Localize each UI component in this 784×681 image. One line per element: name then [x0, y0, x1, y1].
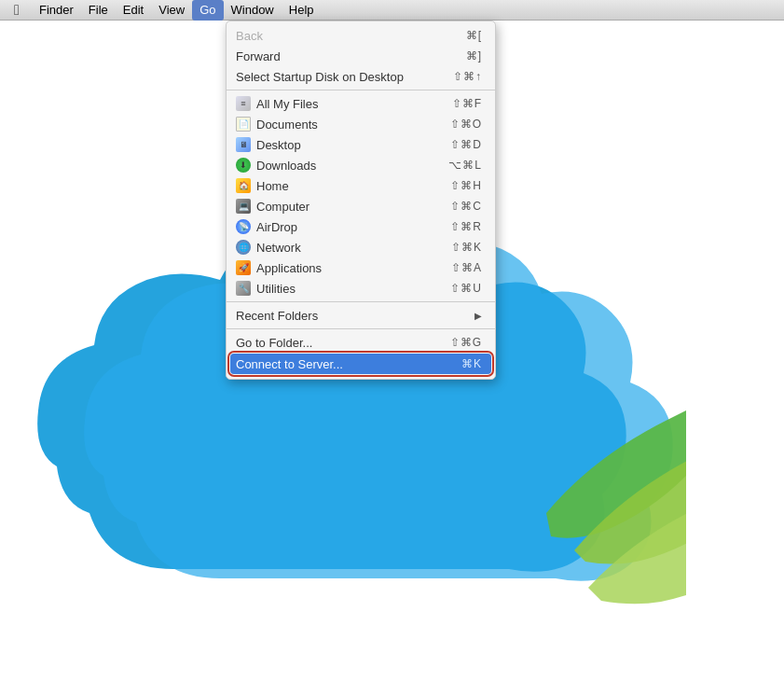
back-label: Back: [236, 29, 263, 43]
menu-item-all-my-files[interactable]: ≡ All My Files ⇧⌘F: [227, 93, 495, 114]
network-icon: 🌐: [236, 240, 251, 255]
menu-item-home[interactable]: 🏠 Home ⇧⌘H: [227, 175, 495, 196]
home-left: 🏠 Home: [236, 178, 289, 193]
airdrop-label: AirDrop: [256, 220, 297, 234]
all-my-files-label: All My Files: [256, 97, 318, 111]
all-my-files-left: ≡ All My Files: [236, 96, 318, 111]
back-shortcut: ⌘[: [466, 29, 482, 42]
connect-to-server-left: Connect to Server...: [236, 357, 343, 371]
menu-item-recent-folders[interactable]: Recent Folders ▶: [227, 305, 495, 326]
airdrop-left: 📡 AirDrop: [236, 219, 297, 234]
recent-folders-left: Recent Folders: [236, 309, 318, 323]
applications-label: Applications: [256, 261, 322, 275]
all-my-files-icon: ≡: [236, 96, 251, 111]
applications-shortcut: ⇧⌘A: [451, 261, 482, 274]
airdrop-icon: 📡: [236, 219, 251, 234]
menu-item-network[interactable]: 🌐 Network ⇧⌘K: [227, 237, 495, 257]
menu-item-downloads[interactable]: ⬇ Downloads ⌥⌘L: [227, 155, 495, 175]
go-to-folder-label: Go to Folder...: [236, 336, 312, 350]
forward-shortcut: ⌘]: [466, 49, 482, 63]
menubar:  Finder File Edit View Go Window Help: [0, 0, 784, 21]
computer-label: Computer: [256, 200, 309, 214]
utilities-left: 🔧 Utilities: [236, 281, 296, 296]
airdrop-shortcut: ⇧⌘R: [450, 220, 482, 233]
documents-icon: 📄: [236, 117, 251, 132]
edit-menu[interactable]: Edit: [116, 0, 151, 21]
menu-item-go-to-folder[interactable]: Go to Folder... ⇧⌘G: [227, 332, 495, 353]
menu-item-startup-left: Select Startup Disk on Desktop: [236, 70, 404, 84]
go-to-folder-left: Go to Folder...: [236, 336, 312, 350]
desktop-shortcut: ⇧⌘D: [450, 138, 482, 151]
menu-item-forward-left: Forward: [236, 49, 281, 63]
separator-3: [227, 328, 495, 329]
apple-menu-button[interactable]: : [7, 2, 26, 19]
file-menu[interactable]: File: [81, 0, 116, 21]
downloads-icon: ⬇: [236, 158, 251, 173]
menu-item-back[interactable]: Back ⌘[: [227, 25, 495, 46]
home-shortcut: ⇧⌘H: [450, 179, 482, 192]
home-label: Home: [256, 179, 289, 193]
recent-folders-arrow: ▶: [475, 311, 482, 321]
menu-item-back-left: Back: [236, 29, 263, 43]
documents-left: 📄 Documents: [236, 117, 318, 132]
go-menu[interactable]: Go: [192, 0, 223, 21]
connect-to-server-label: Connect to Server...: [236, 357, 343, 371]
menu-item-applications[interactable]: 🚀 Applications ⇧⌘A: [227, 257, 495, 278]
window-menu[interactable]: Window: [224, 0, 282, 21]
documents-label: Documents: [256, 118, 318, 132]
menu-item-documents[interactable]: 📄 Documents ⇧⌘O: [227, 114, 495, 134]
menu-item-airdrop[interactable]: 📡 AirDrop ⇧⌘R: [227, 216, 495, 237]
recent-folders-label: Recent Folders: [236, 309, 318, 323]
menu-item-connect-to-server[interactable]: Connect to Server... ⌘K: [230, 354, 491, 374]
all-my-files-shortcut: ⇧⌘F: [452, 97, 482, 110]
applications-left: 🚀 Applications: [236, 260, 322, 275]
computer-icon: 💻: [236, 199, 251, 214]
computer-left: 💻 Computer: [236, 199, 309, 214]
separator-2: [227, 301, 495, 302]
go-dropdown-menu: Back ⌘[ Forward ⌘] Select Startup Disk o…: [226, 21, 496, 380]
network-shortcut: ⇧⌘K: [451, 241, 482, 254]
finder-menu[interactable]: Finder: [32, 0, 81, 21]
network-label: Network: [256, 241, 301, 255]
documents-shortcut: ⇧⌘O: [450, 118, 482, 131]
utilities-icon: 🔧: [236, 281, 251, 296]
connect-to-server-shortcut: ⌘K: [461, 357, 482, 370]
forward-label: Forward: [236, 49, 281, 63]
go-to-folder-shortcut: ⇧⌘G: [450, 336, 482, 349]
home-icon: 🏠: [236, 178, 251, 193]
utilities-shortcut: ⇧⌘U: [450, 282, 482, 295]
menu-item-desktop[interactable]: 🖥 Desktop ⇧⌘D: [227, 134, 495, 155]
downloads-shortcut: ⌥⌘L: [448, 159, 482, 172]
network-left: 🌐 Network: [236, 240, 301, 255]
separator-1: [227, 90, 495, 90]
help-menu[interactable]: Help: [282, 0, 322, 21]
computer-shortcut: ⇧⌘C: [450, 200, 482, 213]
downloads-left: ⬇ Downloads: [236, 158, 316, 173]
desktop-icon: 🖥: [236, 137, 251, 152]
menu-item-startup-disk[interactable]: Select Startup Disk on Desktop ⇧⌘↑: [227, 66, 495, 87]
menu-item-computer[interactable]: 💻 Computer ⇧⌘C: [227, 196, 495, 216]
menu-item-utilities[interactable]: 🔧 Utilities ⇧⌘U: [227, 278, 495, 299]
applications-icon: 🚀: [236, 260, 251, 275]
startup-disk-shortcut: ⇧⌘↑: [453, 70, 482, 83]
view-menu[interactable]: View: [151, 0, 192, 21]
desktop-label: Desktop: [256, 138, 301, 152]
desktop-left: 🖥 Desktop: [236, 137, 301, 152]
utilities-label: Utilities: [256, 282, 296, 296]
menu-item-forward[interactable]: Forward ⌘]: [227, 46, 495, 66]
downloads-label: Downloads: [256, 159, 316, 173]
startup-disk-label: Select Startup Disk on Desktop: [236, 70, 404, 84]
